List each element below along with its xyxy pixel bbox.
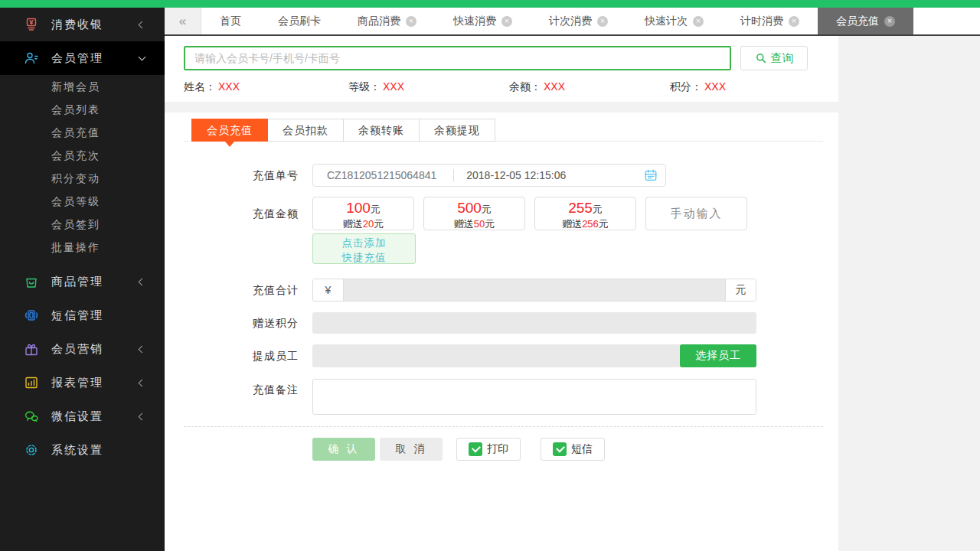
sidebar-item-member-list[interactable]: 会员列表 <box>0 98 165 121</box>
recharge-total-group: ¥ 元 <box>312 279 756 302</box>
member-icon <box>23 50 40 67</box>
sidebar-item-label: 报表管理 <box>51 376 103 390</box>
confirm-button[interactable]: 确 认 <box>312 438 375 461</box>
sms-checkbox[interactable]: 短信 <box>541 438 605 461</box>
tab-label: 首页 <box>220 15 241 28</box>
sidebar-item-batch-operation[interactable]: 批量操作 <box>0 236 165 259</box>
sidebar: 消费收银 会员管理 新增会员 会员列表 会员充值 会员充次 积分变动 会员等级 … <box>0 8 165 551</box>
member-name-field: 姓名：XXX <box>184 80 240 94</box>
collapse-tabs-button[interactable] <box>165 8 201 34</box>
tab-label: 快速计次 <box>645 15 688 28</box>
member-points-field: 积分：XXX <box>670 80 726 94</box>
tab-member-recharge[interactable]: 会员充值 <box>818 8 913 34</box>
chevron-left-icon <box>139 21 146 28</box>
gift-points-label: 赠送积分 <box>195 312 299 334</box>
sidebar-item-system-settings[interactable]: 系统设置 <box>0 433 165 467</box>
quick-recharge-add-button[interactable]: 点击添加 快捷充值 <box>312 233 416 264</box>
sidebar-item-member-recharge[interactable]: 会员充值 <box>0 121 165 144</box>
close-icon[interactable] <box>789 16 799 27</box>
sms-icon <box>23 307 40 324</box>
tab-count-consume[interactable]: 计次消费 <box>531 8 626 34</box>
recharge-total-input[interactable] <box>344 279 725 301</box>
sidebar-item-label: 微信设置 <box>51 409 103 424</box>
gift-icon <box>23 341 40 357</box>
recharge-order-box: CZ1812051215064841 2018-12-05 12:15:06 <box>312 164 666 187</box>
print-label: 打印 <box>487 442 508 456</box>
chevron-left-icon <box>139 278 146 285</box>
gift-points-input[interactable] <box>312 312 756 334</box>
close-icon[interactable] <box>693 16 704 27</box>
tab-time-consume[interactable]: 计时消费 <box>722 8 818 34</box>
sidebar-item-wechat-settings[interactable]: 微信设置 <box>0 399 165 433</box>
sidebar-item-label: 会员管理 <box>51 51 103 66</box>
chevron-left-icon <box>139 345 146 353</box>
sidebar-item-member-marketing[interactable]: 会员营销 <box>0 332 165 366</box>
panel-tab-balance-transfer[interactable]: 余额转账 <box>343 119 420 142</box>
sidebar-item-member-management[interactable]: 会员管理 <box>0 41 165 75</box>
tab-label: 计次消费 <box>549 15 592 28</box>
sidebar-item-member-checkin[interactable]: 会员签到 <box>0 213 165 236</box>
search-button[interactable]: 查询 <box>740 46 808 70</box>
sidebar-item-label: 消费收银 <box>51 18 103 32</box>
recharge-remark-label: 充值备注 <box>195 382 299 397</box>
tab-label: 快速消费 <box>453 15 496 28</box>
tab-quick-count[interactable]: 快速计次 <box>626 8 722 34</box>
tab-home[interactable]: 首页 <box>201 8 260 34</box>
sidebar-item-label: 系统设置 <box>51 443 103 458</box>
sidebar-submenu-member: 新增会员 会员列表 会员充值 会员充次 积分变动 会员等级 会员签到 批量操作 <box>0 75 165 259</box>
sidebar-item-consume-cashier[interactable]: 消费收银 <box>0 8 165 41</box>
manual-input-button[interactable]: 手动输入 <box>645 197 747 230</box>
unit-suffix: 元 <box>725 279 756 301</box>
amount-option-500[interactable]: 500元 赠送50元 <box>423 197 525 230</box>
panel-tab-recharge[interactable]: 会员充值 <box>191 119 268 142</box>
tab-label: 会员充值 <box>836 15 879 28</box>
recharge-remark-input[interactable] <box>312 379 756 415</box>
cash-register-icon <box>23 16 40 33</box>
tab-quick-consume[interactable]: 快速消费 <box>435 8 531 34</box>
select-staff-button[interactable]: 选择员工 <box>680 344 756 367</box>
sidebar-item-member-level[interactable]: 会员等级 <box>0 190 165 213</box>
checkbox-checked-icon[interactable] <box>553 442 567 456</box>
amount-option-100[interactable]: 100元 赠送20元 <box>312 197 414 230</box>
close-icon[interactable] <box>501 16 512 27</box>
member-search-input[interactable] <box>184 46 731 70</box>
gear-icon <box>23 442 40 458</box>
checkbox-checked-icon[interactable] <box>469 442 482 456</box>
panel-tab-deduct[interactable]: 会员扣款 <box>267 119 344 142</box>
sidebar-item-member-recharge-times[interactable]: 会员充次 <box>0 144 165 167</box>
panel-tabs: 会员充值 会员扣款 余额转账 余额提现 <box>192 119 495 142</box>
tab-label: 商品消费 <box>358 15 400 28</box>
sms-label: 短信 <box>571 442 593 456</box>
close-icon[interactable] <box>884 16 895 27</box>
sidebar-item-goods-management[interactable]: 商品管理 <box>0 265 165 298</box>
sidebar-bottom-group: 商品管理 短信管理 会员营销 报表管理 微信设 <box>0 265 165 467</box>
amount-option-255[interactable]: 255元 赠送256元 <box>534 197 636 230</box>
member-info-row: 姓名：XXX 等级：XXX 余额：XXX 积分：XXX <box>165 80 838 96</box>
goods-icon <box>23 273 40 290</box>
tab-member-swipe[interactable]: 会员刷卡 <box>260 8 339 34</box>
close-icon[interactable] <box>406 16 416 27</box>
member-balance-field: 余额：XXX <box>509 80 565 94</box>
tab-goods-consume[interactable]: 商品消费 <box>339 8 435 34</box>
print-checkbox[interactable]: 打印 <box>456 438 521 461</box>
calendar-icon[interactable] <box>644 168 658 182</box>
tab-label: 计时消费 <box>740 15 783 28</box>
sidebar-item-points-change[interactable]: 积分变动 <box>0 167 165 190</box>
member-level-field: 等级：XXX <box>348 80 404 94</box>
currency-prefix: ¥ <box>313 279 344 301</box>
bar-chart-icon <box>23 374 40 391</box>
panel-tab-balance-withdraw[interactable]: 余额提现 <box>419 119 495 142</box>
order-datetime-value: 2018-12-05 12:15:06 <box>466 169 566 181</box>
chevron-left-icon <box>139 379 146 386</box>
commission-staff-label: 提成员工 <box>195 344 299 367</box>
recharge-total-label: 充值合计 <box>195 279 299 302</box>
chevron-down-icon <box>139 54 146 61</box>
member-search-panel: 查询 姓名：XXX 等级：XXX 余额：XXX 积分：XXX <box>165 36 838 102</box>
sidebar-item-new-member[interactable]: 新增会员 <box>0 75 165 98</box>
search-icon <box>755 52 767 64</box>
sidebar-item-sms-management[interactable]: 短信管理 <box>0 298 165 332</box>
close-icon[interactable] <box>597 16 608 27</box>
tab-label: 会员刷卡 <box>278 15 321 28</box>
cancel-button[interactable]: 取 消 <box>380 438 443 461</box>
sidebar-item-report-management[interactable]: 报表管理 <box>0 366 165 399</box>
